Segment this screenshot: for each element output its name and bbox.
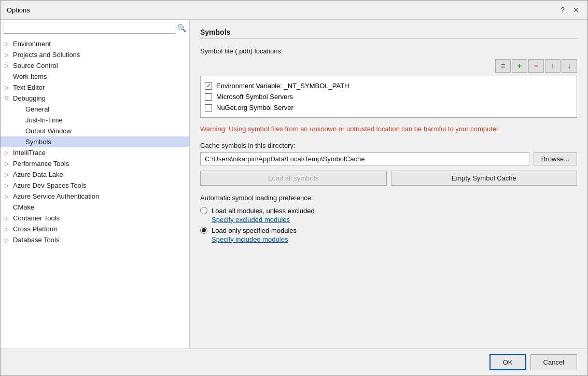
tree-item-label: Symbols: [25, 138, 51, 146]
chevron-right-icon: ▷: [5, 172, 11, 177]
cancel-button[interactable]: Cancel: [530, 354, 577, 370]
tree-item-performance-tools[interactable]: ▷ Performance Tools: [1, 158, 189, 169]
tree-item-database-tools[interactable]: ▷ Database Tools: [1, 234, 189, 245]
chevron-right-icon: ▷: [5, 150, 11, 156]
empty-symbol-cache-button[interactable]: Empty Symbol Cache: [391, 171, 578, 186]
options-dialog: Options ? ✕ 🔍 ▷ Environment ▷ Projects a…: [0, 0, 588, 376]
chevron-right-icon: ▷: [5, 193, 11, 199]
tree-item-projects-solutions[interactable]: ▷ Projects and Solutions: [1, 49, 189, 60]
tree-item-label: Projects and Solutions: [13, 51, 80, 59]
tree-item-label: Container Tools: [13, 214, 60, 222]
close-button[interactable]: ✕: [571, 5, 581, 15]
tree-item-text-editor[interactable]: ▷ Text Editor: [1, 82, 189, 93]
dialog-title: Options: [7, 6, 30, 14]
radio-row-load-all: Load all modules, unless excluded: [200, 207, 577, 215]
remove-button[interactable]: −: [528, 59, 544, 73]
tree-item-label: Azure Data Lake: [13, 171, 63, 178]
tree-item-label: IntelliTrace: [13, 149, 46, 157]
symbol-sources-box: ✓ Environment Variable: _NT_SYMBOL_PATH …: [200, 76, 577, 118]
search-input[interactable]: [4, 22, 175, 34]
down-button[interactable]: ↓: [562, 59, 577, 73]
symbol-source-env-var: ✓ Environment Variable: _NT_SYMBOL_PATH: [205, 80, 572, 91]
search-icon[interactable]: 🔍: [177, 24, 186, 32]
action-buttons: Load all symbols Empty Symbol Cache: [200, 171, 577, 186]
tree-item-output-window[interactable]: Output Window: [1, 126, 189, 136]
tree-item-label: Debugging: [13, 94, 46, 102]
tree-item-general[interactable]: General: [1, 104, 189, 115]
tree-item-container-tools[interactable]: ▷ Container Tools: [1, 213, 189, 224]
tree-item-label: Azure Dev Spaces Tools: [13, 182, 86, 189]
chevron-right-icon: ▷: [5, 215, 11, 221]
radio-item-load-specified: Load only specified modules Specify incl…: [200, 227, 577, 243]
tree-item-label: Performance Tools: [13, 160, 69, 168]
radio-item-load-all: Load all modules, unless excluded Specif…: [200, 207, 577, 224]
tree-item-environment[interactable]: ▷ Environment: [1, 38, 189, 49]
tree-item-label: Environment: [13, 40, 51, 48]
radio-load-all-label: Load all modules, unless excluded: [212, 207, 315, 215]
ms-servers-checkbox[interactable]: [205, 93, 212, 101]
tree-item-cmake[interactable]: ▷ CMake: [1, 202, 189, 213]
nuget-checkbox[interactable]: [205, 104, 212, 112]
chevron-right-icon: ▷: [5, 226, 11, 232]
search-bar: 🔍: [1, 20, 189, 36]
chevron-right-icon: ▷: [5, 183, 11, 188]
tree-item-symbols[interactable]: Symbols: [1, 136, 189, 147]
tree-item-label: Database Tools: [13, 236, 59, 244]
chevron-down-icon: ▽: [5, 95, 11, 101]
right-panel: Symbols Symbol file (.pdb) locations: ≡ …: [190, 20, 587, 349]
nuget-label: NuGet.org Symbol Server: [216, 104, 293, 112]
radio-load-specified-label: Load only specified modules: [212, 227, 297, 234]
tree-item-debugging[interactable]: ▽ Debugging: [1, 93, 189, 104]
dialog-footer: OK Cancel: [1, 349, 587, 375]
tree-item-label: Source Control: [13, 62, 58, 69]
cache-label: Cache symbols in this directory:: [200, 142, 577, 149]
specify-excluded-link[interactable]: Specify excluded modules: [212, 216, 577, 224]
symbol-locations-label: Symbol file (.pdb) locations:: [200, 47, 577, 55]
radio-group: Load all modules, unless excluded Specif…: [200, 207, 577, 243]
chevron-right-icon: ▷: [5, 85, 11, 90]
stack-button[interactable]: ≡: [495, 59, 511, 73]
chevron-right-icon: ▷: [5, 237, 11, 243]
cache-row: Browse...: [200, 152, 577, 165]
tree-item-label: Work Items: [13, 73, 47, 80]
ms-servers-label: Microsoft Symbol Servers: [216, 93, 293, 101]
tree-item-label: Cross Platform: [13, 225, 58, 233]
tree-area: ▷ Environment ▷ Projects and Solutions ▷…: [1, 36, 189, 349]
tree-item-intellitrace[interactable]: ▷ IntelliTrace: [1, 147, 189, 158]
env-var-label: Environment Variable: _NT_SYMBOL_PATH: [216, 82, 349, 90]
cache-path-input[interactable]: [200, 152, 529, 165]
load-all-symbols-button[interactable]: Load all symbols: [200, 171, 387, 186]
tree-item-label: Text Editor: [13, 83, 45, 91]
title-bar-controls: ? ✕: [558, 5, 581, 15]
tree-item-label: CMake: [13, 203, 34, 211]
tree-item-cross-platform[interactable]: ▷ Cross Platform: [1, 224, 189, 234]
symbol-source-nuget: NuGet.org Symbol Server: [205, 102, 572, 113]
help-button[interactable]: ?: [558, 5, 567, 15]
tree-item-azure-service-auth[interactable]: ▷ Azure Service Authentication: [1, 191, 189, 202]
symbol-toolbar: ≡ + − ↑ ↓: [200, 59, 577, 73]
left-panel: 🔍 ▷ Environment ▷ Projects and Solutions…: [1, 20, 190, 349]
env-var-checkbox[interactable]: ✓: [205, 82, 212, 90]
symbol-source-ms-servers: Microsoft Symbol Servers: [205, 91, 572, 102]
tree-item-label: Output Window: [25, 127, 72, 135]
tree-item-label: Azure Service Authentication: [13, 192, 99, 200]
radio-load-all[interactable]: [200, 207, 207, 214]
specify-included-link[interactable]: Specify included modules: [212, 235, 577, 243]
tree-item-work-items[interactable]: ▷ Work Items: [1, 71, 189, 82]
section-title: Symbols: [200, 28, 577, 39]
auto-load-label: Automatic symbol loading preference:: [200, 194, 577, 202]
tree-item-label: Just-In-Time: [25, 116, 63, 124]
tree-item-azure-dev-spaces[interactable]: ▷ Azure Dev Spaces Tools: [1, 180, 189, 191]
tree-item-azure-data-lake[interactable]: ▷ Azure Data Lake: [1, 169, 189, 180]
radio-row-load-specified: Load only specified modules: [200, 227, 577, 234]
add-button[interactable]: +: [512, 59, 527, 73]
browse-button[interactable]: Browse...: [534, 152, 577, 165]
tree-item-just-in-time[interactable]: Just-In-Time: [1, 115, 189, 126]
tree-item-label: General: [25, 105, 49, 113]
ok-button[interactable]: OK: [489, 354, 526, 370]
up-button[interactable]: ↑: [545, 59, 561, 73]
tree-item-source-control[interactable]: ▷ Source Control: [1, 60, 189, 71]
radio-load-specified[interactable]: [200, 227, 207, 234]
chevron-right-icon: ▷: [5, 41, 11, 47]
warning-text: Warning: Using symbol files from an unkn…: [200, 124, 577, 134]
